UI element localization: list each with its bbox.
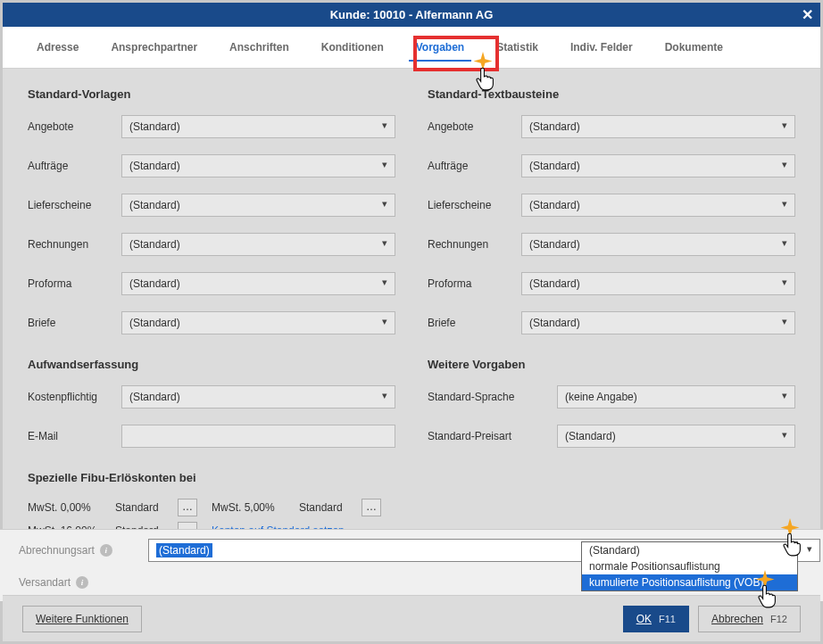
fibu-value: Standard [299,501,354,514]
section-weitere-vorgaben: Weitere Vorgaben Standard-Sprache (keine… [428,358,795,448]
section-standard-textbausteine: Standard-Textbausteine Angebote (Standar… [428,87,795,334]
section-title: Weitere Vorgaben [428,358,795,371]
dropdown-auftraege-text[interactable]: (Standard) [521,154,795,178]
dropdown-kostenpflichtig[interactable]: (Standard) [121,385,395,409]
dropdown-lieferscheine-text[interactable]: (Standard) [521,194,795,217]
section-title: Standard-Vorlagen [28,87,395,101]
label: Standard-Preisart [428,430,557,442]
dialog-window: Kunde: 10010 - Alfermann AG ✕ Adresse An… [0,0,823,644]
email-field[interactable] [121,425,395,448]
fibu-value: Standard [115,501,170,514]
label: Proforma [428,277,521,290]
tab-adresse[interactable]: Adresse [21,27,95,69]
row-rechnungen: Rechnungen (Standard) [28,233,395,256]
dropdown-briefe-text[interactable]: (Standard) [521,311,795,334]
dropdown-option-standard[interactable]: (Standard) [582,542,797,558]
dropdown-rechnungen-text[interactable]: (Standard) [521,233,795,256]
row-angebote: Angebote (Standard) [28,115,395,138]
row-briefe: Briefe (Standard) [428,311,795,334]
tab-indiv-felder[interactable]: Indiv. Felder [554,27,649,69]
section-aufwandserfassung: Aufwandserfassung Kostenpflichtig (Stand… [28,358,395,448]
label: Rechnungen [428,238,521,251]
fibu-edit-button[interactable]: … [362,499,381,516]
info-icon[interactable]: i [76,576,88,589]
dropdown-rechnungen-vorlage[interactable]: (Standard) [121,233,395,256]
label: Abrechnungsart i [19,544,148,557]
section-title: Spezielle Fibu-Erlöskonten bei [28,471,395,484]
tab-statistik[interactable]: Statistik [480,27,554,69]
label: Kostenpflichtig [28,391,121,403]
label: E-Mail [28,430,121,442]
dropdown-angebote-vorlage[interactable]: (Standard) [121,115,395,138]
label: Standard-Sprache [428,391,557,403]
label: Lieferscheine [428,199,521,211]
row-kostenpflichtig: Kostenpflichtig (Standard) [28,385,395,409]
dropdown-option-kumuliert[interactable]: kumulierte Positionsauflistung (VOB) [582,574,797,590]
row-email: E-Mail [28,425,395,448]
dropdown-proforma-text[interactable]: (Standard) [521,272,795,295]
abrechnungsart-dropdown-list[interactable]: (Standard) normale Positionsauflistung k… [581,541,798,591]
info-icon[interactable]: i [100,544,112,557]
dropdown-standard-sprache[interactable]: (keine Angabe) [557,385,795,409]
label: Lieferscheine [28,199,121,211]
tab-bar: Adresse Ansprechpartner Anschriften Kond… [3,27,820,69]
tab-anschriften[interactable]: Anschriften [213,27,305,69]
fibu-rate: MwSt. 5,00% [212,501,292,514]
close-button[interactable]: ✕ [794,3,820,27]
dropdown-lieferscheine-vorlage[interactable]: (Standard) [121,194,395,217]
label: Versandart i [19,576,148,589]
row-briefe: Briefe (Standard) [28,311,395,334]
row-proforma: Proforma (Standard) [28,272,395,295]
more-functions-button[interactable]: Weitere Funktionen [22,606,142,632]
row-auftraege: Aufträge (Standard) [28,154,395,178]
row-angebote: Angebote (Standard) [428,115,795,138]
tab-ansprechpartner[interactable]: Ansprechpartner [95,27,213,69]
fibu-rate: MwSt. 0,00% [28,501,108,514]
tab-vorgaben[interactable]: Vorgaben [400,27,480,69]
window-title: Kunde: 10010 - Alfermann AG [330,8,494,21]
dropdown-option-normal[interactable]: normale Positionsauflistung [582,558,797,574]
label: Angebote [28,120,121,133]
row-proforma: Proforma (Standard) [428,272,795,295]
row-rechnungen: Rechnungen (Standard) [428,233,795,256]
left-column: Standard-Vorlagen Angebote (Standard) Au… [28,87,412,583]
section-standard-vorlagen: Standard-Vorlagen Angebote (Standard) Au… [28,87,395,334]
row-auftraege: Aufträge (Standard) [428,154,795,178]
footer: Weitere Funktionen OK F11 Abbrechen F12 [3,595,820,641]
label: Aufträge [28,160,121,172]
label: Aufträge [428,160,521,172]
label: Briefe [428,317,521,329]
fibu-row-1: MwSt. 0,00% Standard … MwSt. 5,00% Stand… [28,499,395,516]
label: Proforma [28,277,121,290]
titlebar: Kunde: 10010 - Alfermann AG ✕ [3,3,820,27]
dropdown-briefe-vorlage[interactable]: (Standard) [121,311,395,334]
label: Rechnungen [28,238,121,251]
cancel-button[interactable]: Abbrechen F12 [698,606,801,632]
content-area: Standard-Vorlagen Angebote (Standard) Au… [3,71,820,592]
row-lieferscheine: Lieferscheine (Standard) [28,194,395,217]
dropdown-angebote-text[interactable]: (Standard) [521,115,795,138]
section-title: Standard-Textbausteine [428,87,795,101]
tab-dokumente[interactable]: Dokumente [649,27,739,69]
row-sprache: Standard-Sprache (keine Angabe) [428,385,795,409]
row-lieferscheine: Lieferscheine (Standard) [428,194,795,217]
row-preisart: Standard-Preisart (Standard) [428,425,795,448]
fibu-edit-button[interactable]: … [178,499,197,516]
label: Briefe [28,317,121,329]
dropdown-auftraege-vorlage[interactable]: (Standard) [121,154,395,178]
dropdown-standard-preisart[interactable]: (Standard) [557,425,795,448]
ok-button[interactable]: OK F11 [623,606,689,632]
dropdown-proforma-vorlage[interactable]: (Standard) [121,272,395,295]
label: Angebote [428,120,521,133]
right-column: Standard-Textbausteine Angebote (Standar… [412,87,795,583]
tab-konditionen[interactable]: Konditionen [305,27,400,69]
section-title: Aufwandserfassung [28,358,395,371]
